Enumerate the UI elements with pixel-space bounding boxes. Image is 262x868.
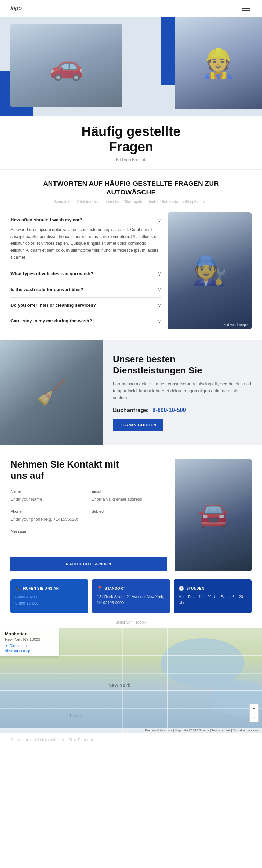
subject-field-group: Subject [92, 509, 167, 524]
map-subtitle: New York, NY 10023 [5, 637, 54, 641]
view-larger-link[interactable]: View larger map [5, 649, 54, 653]
phone-num-1[interactable]: 8-800-10-500, [15, 594, 83, 600]
info-card-hours-title: STUNDEN [186, 586, 204, 590]
subject-input[interactable] [92, 515, 167, 524]
worker-image: 👷 [175, 17, 262, 109]
services-phone-link[interactable]: 8-800-10-500 [153, 407, 186, 413]
services-title: Unsere besten Dienstleistungen Sie [113, 354, 252, 376]
contact-title-line1: Nehmen Sie Kontakt mit [10, 459, 119, 470]
chevron-icon-3: ∨ [158, 286, 161, 293]
phone-label: Buchanfrage: [113, 407, 149, 413]
location-card-icon: 📍 [97, 586, 103, 591]
zoom-in-button[interactable]: + [249, 704, 259, 713]
contact-form-area: Nehmen Sie Kontakt mit uns auf Name Emai… [10, 459, 167, 571]
faq-item-4: Do you offer interior cleaning services?… [10, 298, 161, 313]
services-title-line2: Dienstleistungen Sie [113, 365, 202, 376]
faq-item-4-header[interactable]: Do you offer interior cleaning services?… [10, 302, 161, 308]
info-card-phone-title: RUFEN SIE UNS AN [23, 586, 59, 590]
faq-question-4: Do you offer interior cleaning services? [10, 303, 96, 308]
phone-num-2[interactable]: 8-800-10-500 [15, 600, 83, 607]
faq-item-2: What types of vehicles can you wash? ∨ [10, 266, 161, 282]
services-description: Lorem ipsum dolor sit amet, consectetur … [113, 380, 252, 401]
mechanic-icon: 🧑‍🔧 [192, 254, 227, 287]
info-card-phone: 📞 RUFEN SIE UNS AN 8-800-10-500, 8-800-1… [10, 579, 88, 613]
faq-section-heading: ANTWORTEN AUF HÄUFIG GESTELLTE FRAGEN ZU… [0, 169, 262, 208]
chevron-icon-5: ∨ [158, 318, 161, 324]
map-panel: Manhattan New York, NY 10023 ➤ Direction… [0, 628, 59, 656]
phone-field-group: Phone [10, 509, 86, 524]
contact-section: Nehmen Sie Kontakt mit uns auf Name Emai… [0, 445, 262, 579]
faq-question-3: Is the wash safe for convertibles? [10, 287, 83, 292]
freepik-credit-bottom: Bilder von Freepik [0, 618, 262, 628]
info-card-hours: 🕐 STUNDEN Mo – Fr …. 11 – 20 Uhr, Sa …. … [174, 579, 252, 613]
services-text: Unsere besten Dienstleistungen Sie Lorem… [103, 340, 262, 445]
logo: logo [10, 5, 22, 12]
faq-content-area: How often should I wash my car? ∨ Answer… [0, 209, 262, 340]
header: logo [0, 0, 262, 17]
directions-label: Directions [9, 643, 27, 648]
contact-image: 🚘 [175, 459, 252, 571]
hero-title-area: Häufig gestellte Fragen Bild von Freepik [0, 116, 262, 164]
faq-image-credit: Bild von Freepik [223, 323, 248, 327]
faq-item-3-header[interactable]: Is the wash safe for convertibles? ∨ [10, 286, 161, 293]
faq-question-5: Can I stay in my car during the wash? [10, 318, 92, 323]
form-row-phone-subject: Phone Subject [10, 509, 167, 524]
hamburger-line-3 [242, 10, 250, 11]
faq-answer-1: Answer: Lorem ipsum dolor sit amet, cons… [10, 227, 161, 261]
email-input[interactable] [92, 495, 167, 504]
hero-credit: Bild von Freepik [28, 157, 234, 162]
svg-text:Newark: Newark [70, 713, 83, 718]
name-input[interactable] [10, 495, 86, 504]
email-label: Email [92, 489, 167, 493]
services-image: 🧹 [0, 340, 103, 445]
services-phone-row: Buchanfrage: 8-800-10-500 [113, 407, 252, 413]
view-larger-label: View larger map [5, 649, 30, 653]
cleaning-icon: 🧹 [36, 378, 67, 406]
book-appointment-button[interactable]: TERMIN BUCHEN [113, 419, 163, 431]
directions-icon: ➤ [5, 643, 8, 648]
hero-title: Häufig gestellte Fragen [28, 124, 234, 155]
faq-question-2: What types of vehicles can you wash? [10, 271, 93, 276]
info-card-hours-header: 🕐 STUNDEN [179, 586, 247, 591]
map-credit-text: Keyboard shortcuts | Map data ©2023 Goog… [145, 728, 259, 732]
info-card-location-header: 📍 STANDORT [97, 586, 165, 591]
message-input[interactable] [10, 535, 167, 552]
form-row-name-email: Name Email [10, 489, 167, 504]
faq-title: ANTWORTEN AUF HÄUFIG GESTELLTE FRAGEN ZU… [21, 179, 241, 197]
contact-title: Nehmen Sie Kontakt mit uns auf [10, 459, 167, 482]
info-card-location-title: STANDORT [105, 586, 125, 590]
worker-icon: 👷 [201, 47, 236, 80]
faq-list: How often should I wash my car? ∨ Answer… [10, 212, 161, 329]
map-credit-bar: Keyboard shortcuts | Map data ©2023 Goog… [0, 728, 262, 733]
car-wash-image: 🚗 [10, 24, 122, 107]
faq-item-2-header[interactable]: What types of vehicles can you wash? ∨ [10, 271, 161, 277]
svg-text:New York: New York [108, 683, 130, 688]
phone-field-label: Phone [10, 509, 86, 513]
services-section: 🧹 Unsere besten Dienstleistungen Sie Lor… [0, 340, 262, 445]
faq-image: 🧑‍🔧 Bild von Freepik [168, 212, 252, 329]
faq-item-5-header[interactable]: Can I stay in my car during the wash? ∨ [10, 318, 161, 324]
directions-link[interactable]: ➤ Directions [5, 643, 54, 648]
faq-question-1: How often should I wash my car? [10, 217, 82, 222]
message-label: Message [10, 529, 167, 533]
faq-item-1-header[interactable]: How often should I wash my car? ∨ [10, 217, 161, 223]
zoom-out-button[interactable]: − [249, 713, 259, 722]
map-section: New York Newark Manhattan New York, NY 1… [0, 628, 262, 733]
info-card-location: 📍 STANDORT 121 Rock Street, 21 Avenue, N… [92, 579, 170, 613]
hero-title-line2: Fragen [109, 140, 153, 154]
info-card-phone-content: 8-800-10-500, 8-800-10-500 [15, 594, 83, 607]
bottom-sample-text-area: Sample text. Click to select the Text El… [0, 733, 262, 747]
info-card-location-content: 121 Rock Street, 21 Avenue, New York, NY… [97, 594, 165, 606]
hamburger-line-2 [242, 8, 250, 9]
map-zoom-controls: + − [249, 704, 259, 722]
bottom-sample-text: Sample text. Click to select the Text El… [10, 738, 252, 742]
info-cards-section: 📞 RUFEN SIE UNS AN 8-800-10-500, 8-800-1… [0, 579, 262, 618]
phone-card-icon: 📞 [15, 586, 21, 591]
faq-item-1: How often should I wash my car? ∨ Answer… [10, 212, 161, 266]
hamburger-menu[interactable] [241, 4, 252, 13]
map-title: Manhattan [5, 631, 54, 636]
car-icon: 🚗 [49, 49, 84, 82]
phone-input[interactable] [10, 515, 86, 524]
submit-button[interactable]: NACHRICHT SENDEN [10, 557, 167, 571]
email-field-group: Email [92, 489, 167, 504]
